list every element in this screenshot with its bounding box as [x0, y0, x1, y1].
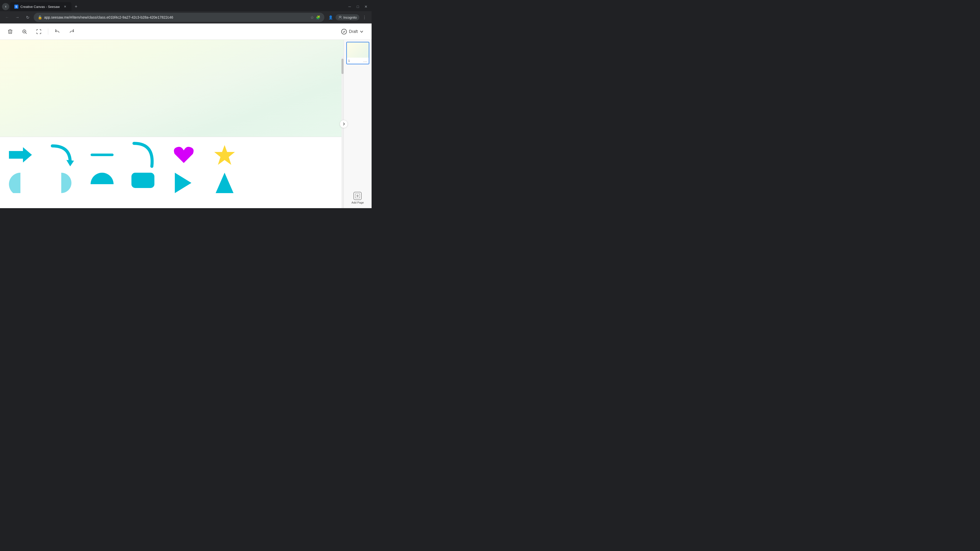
zoom-in-icon — [22, 29, 27, 35]
fullscreen-icon — [36, 29, 41, 35]
svg-line-5 — [25, 32, 27, 34]
active-tab[interactable]: S Creative Canvas - Seesaw ✕ — [10, 2, 72, 11]
tab-title: Creative Canvas - Seesaw — [21, 5, 61, 9]
shape-heart[interactable] — [171, 142, 197, 168]
half-circle-left-svg — [9, 173, 32, 193]
draft-button[interactable]: Draft — [338, 27, 366, 37]
zoom-in-button[interactable] — [19, 27, 30, 37]
browser-actions: 👤 Incognito ⋮ — [326, 13, 369, 21]
tab-favicon: S — [14, 5, 18, 9]
shape-arrow-curved-down[interactable] — [48, 142, 74, 168]
toolbar-separator — [48, 29, 48, 35]
svg-marker-7 — [66, 160, 74, 166]
new-tab-button[interactable]: + — [73, 3, 80, 10]
arrow-right-svg — [9, 146, 32, 164]
line-svg — [91, 152, 114, 157]
incognito-icon — [338, 15, 342, 19]
shape-arc[interactable] — [130, 142, 156, 168]
add-page-label: Add Page — [352, 201, 364, 204]
checkmark-icon — [342, 30, 345, 33]
refresh-button[interactable]: ↻ — [24, 13, 32, 21]
extensions-icon[interactable]: 🧩 — [316, 15, 320, 19]
address-bar-row: ← → ↻ 🔒 app.seesaw.me/#/item/new/class/c… — [0, 11, 372, 24]
shape-rounded-rect[interactable] — [130, 173, 156, 193]
app-content: Draft — [0, 24, 372, 208]
page-thumb-footer: 1 ... — [347, 58, 369, 64]
sidebar-toggle-button[interactable] — [340, 120, 348, 128]
delete-button[interactable] — [5, 27, 15, 37]
shape-line[interactable] — [89, 142, 115, 168]
draft-chevron-icon — [360, 30, 363, 33]
page-number: 1 — [348, 59, 350, 62]
forward-button[interactable]: → — [13, 13, 21, 21]
shape-half-circle-left[interactable] — [8, 173, 33, 193]
triangle-up-svg — [216, 173, 234, 193]
draft-check-icon — [341, 29, 347, 35]
svg-point-1 — [340, 16, 341, 17]
tab-close-button[interactable]: ✕ — [63, 4, 67, 9]
scrollbar-thumb[interactable] — [342, 59, 344, 74]
incognito-label: Incognito — [343, 16, 357, 19]
browser-chrome: S Creative Canvas - Seesaw ✕ + ─ □ ✕ ← →… — [0, 0, 372, 24]
tab-nav-button[interactable] — [2, 3, 9, 10]
tab-bar: S Creative Canvas - Seesaw ✕ + ─ □ ✕ — [0, 0, 372, 11]
incognito-badge: Incognito — [336, 14, 360, 21]
lock-icon: 🔒 — [38, 15, 42, 19]
star-svg — [213, 143, 236, 166]
redo-icon — [69, 29, 75, 35]
undo-icon — [55, 29, 60, 35]
canvas-background[interactable] — [0, 40, 344, 137]
profile-icon[interactable]: 👤 — [326, 13, 334, 21]
url-text: app.seesaw.me/#/item/new/class/class.e01… — [44, 15, 308, 19]
svg-marker-0 — [5, 5, 6, 8]
svg-rect-10 — [131, 173, 154, 188]
page-more-button[interactable]: ... — [363, 59, 367, 63]
address-icons: ☆ 🧩 — [310, 15, 320, 20]
window-controls: ─ □ ✕ — [346, 3, 369, 10]
svg-rect-8 — [91, 154, 114, 156]
shapes-panel — [0, 137, 344, 208]
rounded-rect-svg — [131, 173, 154, 191]
shapes-row-2 — [8, 173, 336, 193]
svg-marker-12 — [216, 173, 234, 193]
bookmark-icon[interactable]: ☆ — [310, 15, 314, 20]
pages-sidebar: 1 ... Add Page — [344, 40, 372, 208]
fullscreen-button[interactable] — [34, 27, 44, 37]
half-circle-right-svg — [51, 173, 72, 193]
shape-arrow-right[interactable] — [8, 142, 33, 168]
svg-marker-9 — [215, 145, 235, 165]
chevron-right-icon — [342, 122, 345, 126]
canvas-area — [0, 40, 344, 208]
shape-star[interactable] — [212, 142, 237, 168]
shape-triangle-up[interactable] — [212, 173, 237, 193]
plus-icon — [355, 194, 360, 198]
page-preview — [347, 42, 369, 58]
arrow-curved-down-svg — [50, 143, 73, 166]
undo-button[interactable] — [52, 27, 62, 37]
trash-icon — [7, 29, 13, 35]
main-area: 1 ... Add Page — [0, 40, 372, 208]
shape-triangle-right[interactable] — [171, 173, 197, 193]
svg-marker-6 — [9, 147, 32, 162]
triangle-right-svg — [175, 173, 192, 193]
redo-button[interactable] — [67, 27, 77, 37]
add-page-icon — [353, 192, 362, 200]
add-page-button[interactable]: Add Page — [349, 190, 366, 206]
maximize-button[interactable]: □ — [354, 3, 361, 10]
toolbar: Draft — [0, 24, 372, 40]
minimize-button[interactable]: ─ — [346, 3, 353, 10]
shape-half-circle-right[interactable] — [48, 173, 74, 193]
shapes-row-1 — [8, 142, 336, 168]
scrollbar-track — [342, 56, 344, 208]
semicircle-svg — [91, 173, 114, 193]
arc-svg — [131, 141, 154, 169]
back-button[interactable]: ← — [3, 13, 11, 21]
page-thumbnail-1[interactable]: 1 ... — [346, 42, 369, 64]
heart-svg — [172, 144, 195, 166]
address-bar[interactable]: 🔒 app.seesaw.me/#/item/new/class/class.e… — [34, 13, 325, 22]
shape-semicircle[interactable] — [89, 173, 115, 193]
svg-marker-11 — [175, 173, 191, 193]
menu-button[interactable]: ⋮ — [360, 13, 369, 21]
close-button[interactable]: ✕ — [363, 3, 369, 10]
draft-label: Draft — [349, 29, 358, 34]
